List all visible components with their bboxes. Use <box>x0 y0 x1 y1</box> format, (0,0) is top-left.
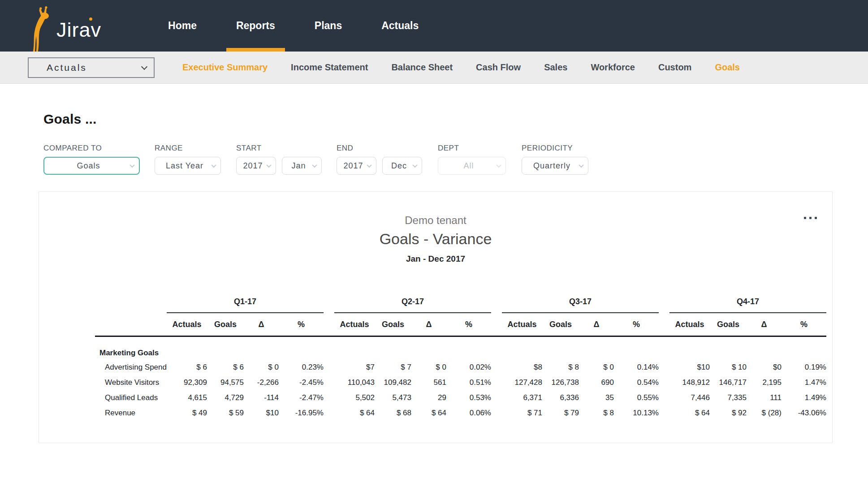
filter-compared-to: COMPARED TO Goals <box>43 144 140 175</box>
report-title: Goals - Variance <box>39 230 832 248</box>
tab-custom[interactable]: Custom <box>647 62 703 73</box>
filter-end: END 2017 Dec <box>337 144 422 175</box>
row-label: Advertising Spend <box>95 360 167 375</box>
cell: -2.47% <box>279 390 324 405</box>
column-header: Δ <box>411 313 446 336</box>
brand-name: Jirav <box>56 18 101 42</box>
end-month-value: Dec <box>391 161 407 171</box>
filter-start: START 2017 Jan <box>236 144 322 175</box>
nav-item-reports[interactable]: Reports <box>230 0 281 52</box>
column-header: Actuals <box>669 313 710 336</box>
periodicity-value: Quarterly <box>533 161 570 171</box>
end-year-value: 2017 <box>343 161 363 171</box>
end-month-select[interactable]: Dec <box>382 157 422 175</box>
column-header: Δ <box>244 313 279 336</box>
chevron-down-icon <box>130 163 134 168</box>
filter-label: RANGE <box>155 144 221 153</box>
dept-value: All <box>463 161 474 171</box>
tab-executive-summary[interactable]: Executive Summary <box>171 62 279 73</box>
report-type-value: Actuals <box>47 62 87 73</box>
cell: -2.45% <box>279 375 324 390</box>
report-card: Demo tenant Goals - Variance Jan - Dec 2… <box>39 191 833 443</box>
cell: $7 <box>334 360 375 375</box>
cell: 2,195 <box>747 375 782 390</box>
cell: $ 0 <box>244 360 279 375</box>
quarter-header: Q1-17 <box>167 297 324 313</box>
column-header: Goals <box>375 313 411 336</box>
periodicity-select[interactable]: Quarterly <box>522 157 588 175</box>
variance-table: Q1-17Q2-17Q3-17Q4-17ActualsGoalsΔ%Actual… <box>95 297 826 421</box>
cell: 0.51% <box>446 375 491 390</box>
filter-label: DEPT <box>438 144 506 153</box>
filter-dept: DEPT All <box>438 144 506 175</box>
cell: 111 <box>747 390 782 405</box>
tab-goals[interactable]: Goals <box>703 62 751 73</box>
column-header: Goals <box>207 313 244 336</box>
chevron-down-icon <box>211 163 216 168</box>
section-row: Marketing Goals <box>95 337 826 360</box>
cell: -16.95% <box>279 405 324 421</box>
cell: 94,575 <box>207 375 244 390</box>
chevron-down-icon <box>579 163 583 168</box>
compared-to-select[interactable]: Goals <box>43 157 140 175</box>
quarter-header: Q3-17 <box>502 297 659 313</box>
quarter-header-row: Q1-17Q2-17Q3-17Q4-17 <box>95 297 826 313</box>
start-month-select[interactable]: Jan <box>282 157 322 175</box>
cell: 0.02% <box>446 360 491 375</box>
cell: $10 <box>669 360 710 375</box>
filter-periodicity: PERIODICITY Quarterly <box>522 144 588 175</box>
column-header: Goals <box>710 313 747 336</box>
filter-bar: COMPARED TO Goals RANGE Last Year START … <box>43 144 868 175</box>
cell: 0.23% <box>279 360 324 375</box>
cell: 35 <box>579 390 614 405</box>
row-label: Website Visitors <box>95 375 167 390</box>
cell: 127,428 <box>502 375 542 390</box>
top-navbar: Jirav Home Reports Plans Actuals <box>0 0 868 52</box>
end-year-select[interactable]: 2017 <box>337 157 376 175</box>
filter-label: COMPARED TO <box>43 144 140 153</box>
brand-logo[interactable]: Jirav <box>26 0 101 52</box>
cell: 561 <box>411 375 446 390</box>
cell: $ 64 <box>669 405 710 421</box>
start-year-select[interactable]: 2017 <box>236 157 276 175</box>
cell: 7,335 <box>710 390 747 405</box>
cell: 0.54% <box>614 375 659 390</box>
company-name: Demo tenant <box>39 214 832 227</box>
table-row: Revenue$ 49$ 59$10-16.95%$ 64$ 68$ 640.0… <box>95 405 826 421</box>
column-header: % <box>782 313 826 336</box>
cell: $ 10 <box>710 360 747 375</box>
cell: 5,473 <box>375 390 411 405</box>
cell: 10.13% <box>614 405 659 421</box>
report-date-range: Jan - Dec 2017 <box>39 254 832 264</box>
cell: $ 8 <box>579 405 614 421</box>
cell: $ 64 <box>334 405 375 421</box>
tab-balance-sheet[interactable]: Balance Sheet <box>380 62 464 73</box>
more-menu-icon[interactable] <box>798 214 820 222</box>
chevron-down-icon <box>367 163 371 168</box>
nav-item-actuals[interactable]: Actuals <box>375 0 425 52</box>
cell: $ 6 <box>207 360 244 375</box>
chevron-down-icon <box>496 163 501 168</box>
reports-subnav: Actuals Executive Summary Income Stateme… <box>0 52 868 84</box>
report-type-select[interactable]: Actuals <box>28 57 155 78</box>
column-header: Δ <box>747 313 782 336</box>
filter-label: PERIODICITY <box>522 144 588 153</box>
cell: 690 <box>579 375 614 390</box>
nav-item-home[interactable]: Home <box>162 0 203 52</box>
tab-cash-flow[interactable]: Cash Flow <box>464 62 532 73</box>
row-label: Qualified Leads <box>95 390 167 405</box>
column-header: Actuals <box>167 313 207 336</box>
page-title: Goals ... <box>43 112 868 127</box>
dept-select: All <box>438 157 506 175</box>
tab-sales[interactable]: Sales <box>532 62 579 73</box>
cell: 1.47% <box>782 375 826 390</box>
cell: 4,729 <box>207 390 244 405</box>
tab-income-statement[interactable]: Income Statement <box>279 62 380 73</box>
chevron-down-icon <box>412 163 417 168</box>
nav-item-plans[interactable]: Plans <box>308 0 348 52</box>
report-header: Demo tenant Goals - Variance Jan - Dec 2… <box>39 214 832 264</box>
cell: 6,371 <box>502 390 542 405</box>
range-select[interactable]: Last Year <box>155 157 221 175</box>
tab-workforce[interactable]: Workforce <box>579 62 647 73</box>
cell: $ 0 <box>411 360 446 375</box>
